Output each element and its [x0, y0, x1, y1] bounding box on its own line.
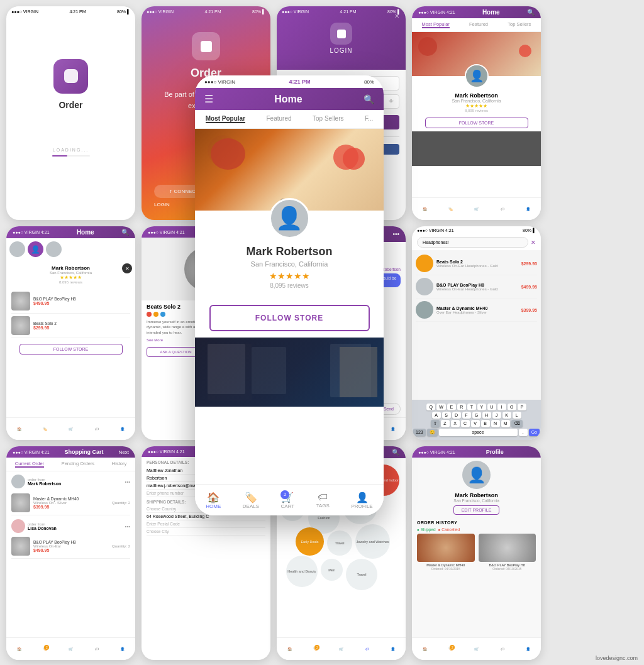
nav-cart-4[interactable]: 🛒: [474, 207, 479, 211]
login-link[interactable]: LOGIN: [154, 202, 170, 207]
nav-profile-overlay[interactable]: 👤 PROFILE: [351, 492, 372, 509]
space-key[interactable]: space: [439, 429, 518, 436]
postal-10[interactable]: Enter Postal Code: [147, 520, 265, 528]
go-key[interactable]: Go: [529, 429, 540, 436]
search-icon-11[interactable]: 🔍: [392, 449, 399, 456]
product-name-label-6: Beats Solo 2: [147, 304, 180, 310]
more-dots-2[interactable]: •••: [125, 524, 130, 529]
result-3-8: Master & Dynamic MH40 Over Ear Headphone…: [416, 299, 537, 322]
cart-name-2: B&O PLAY BeoPlay H8: [33, 540, 109, 544]
nav-profile-9[interactable]: 👤: [120, 647, 125, 651]
order-item-1: Master & Dynamic MH40 Ordered: 04/10/201…: [417, 534, 475, 571]
cart-qty-1: Quantity: 2: [112, 501, 130, 505]
tab-top-sellers-overlay[interactable]: Top Sellers: [313, 115, 343, 123]
nav-home-4[interactable]: 🏠: [423, 207, 427, 211]
send-btn-7[interactable]: Send: [384, 407, 394, 411]
more-dots-1[interactable]: •••: [125, 479, 130, 485]
nav-tags-5[interactable]: 🏷: [95, 427, 99, 431]
tag-health[interactable]: Health and Beauty: [286, 556, 318, 587]
nav-deals-11[interactable]: 🏷️2: [313, 647, 318, 651]
nav-tags-12[interactable]: 🏷: [501, 647, 504, 651]
story-3: [46, 241, 62, 257]
nav-tags-overlay[interactable]: 🏷 TAGS: [316, 492, 330, 508]
product-name-5-1: B&O PLAY BeoPlay H8: [33, 297, 76, 301]
nav-profile-11[interactable]: 👤: [391, 647, 395, 651]
reviews-overlay: 8,095 reviews: [204, 282, 374, 289]
nav-profile-4[interactable]: 👤: [526, 207, 530, 211]
tab-featured-overlay[interactable]: Featured: [267, 115, 292, 123]
city-10[interactable]: Choose City: [147, 528, 265, 536]
follow-btn-5[interactable]: FOLLOW STORE: [19, 344, 123, 354]
follow-store-btn-4[interactable]: FOLLOW STORE: [425, 118, 528, 128]
tab-featured[interactable]: Featured: [469, 21, 488, 28]
nav-cart-9[interactable]: 🛒: [69, 647, 73, 651]
tab-more-overlay[interactable]: F...: [365, 115, 373, 123]
menu-icon[interactable]: ☰: [204, 93, 213, 105]
see-more-6[interactable]: See More: [147, 338, 163, 342]
tag-early-deals[interactable]: Early Deals: [296, 527, 324, 556]
nav-cart-5[interactable]: 🛒: [69, 427, 73, 431]
search-cancel-8[interactable]: ✕: [531, 239, 536, 246]
nav-home-overlay[interactable]: 🏠 HOME: [206, 492, 221, 509]
follow-store-btn-overlay[interactable]: FOLLOW STORE: [209, 305, 370, 331]
profile-nav-12: ●●●○ VIRGIN 4:21 Profile: [412, 446, 541, 458]
tag-travel-1[interactable]: Travel: [327, 530, 352, 556]
tag-men[interactable]: Men: [321, 559, 343, 581]
profile-nav-icon: 👤: [356, 492, 369, 503]
nav-deals-12[interactable]: 🏷️2: [448, 647, 453, 651]
tab-pending-9[interactable]: Pending Orders: [62, 461, 95, 468]
tab-most-popular-overlay[interactable]: Most Popular: [206, 115, 245, 123]
seller-avatar-2: [11, 519, 25, 533]
nav-home-11[interactable]: 🏠: [287, 647, 292, 651]
reviews-4: 8,095 reviews: [414, 109, 538, 113]
status-left-4: ●●●○ VIRGIN 4:21: [418, 10, 455, 14]
overlay-battery: 80%: [364, 79, 374, 85]
tab-most-popular[interactable]: Most Popular: [422, 21, 450, 28]
nav-deals-4[interactable]: 🏷️: [448, 207, 453, 211]
status-bar-1: ●●●○ VIRGIN 4:21 PM 80% ▌: [6, 6, 135, 16]
search-icon-5[interactable]: 🔍: [121, 229, 129, 236]
nav-home-12[interactable]: 🏠: [423, 647, 427, 651]
tag-jewelry[interactable]: Jewelry and Watches: [355, 524, 390, 559]
keyboard-row-3: ⇧ZXCVBNM⌫: [413, 420, 540, 427]
nav-cart-overlay[interactable]: 🛒 2 CART: [281, 492, 295, 509]
result-price-1: $299.95: [521, 261, 537, 266]
stars-row-overlay: ★★★★★: [204, 271, 374, 281]
nav-profile-5[interactable]: 👤: [120, 427, 125, 431]
cart-next-9[interactable]: Next: [119, 449, 129, 455]
tab-top-sellers[interactable]: Top Sellers: [508, 21, 531, 28]
tag-travel-2[interactable]: Travel: [346, 559, 377, 590]
keyboard-row-2: ASDFGHJKL: [413, 412, 540, 419]
nav-profile-12[interactable]: 👤: [526, 647, 530, 651]
tags-nav-icon: 🏷: [318, 492, 328, 503]
tab-current-9[interactable]: Current Order: [15, 461, 44, 468]
nav-deals-5[interactable]: 🏷️: [43, 427, 47, 431]
bottom-nav-12: 🏠 🏷️2 🛒 🏷 👤: [412, 637, 541, 660]
nav-tags-4[interactable]: 🏷: [501, 207, 504, 211]
order-img-1: [417, 534, 475, 562]
close-icon[interactable]: ✕: [394, 13, 399, 19]
nav-cart-12[interactable]: 🛒: [474, 647, 479, 651]
result-name-3: Master & Dynamic MH40: [436, 306, 518, 311]
nav-deals-overlay[interactable]: 🏷️ DEALS: [243, 492, 259, 509]
tab-history-9[interactable]: History: [112, 461, 126, 468]
deals-nav-icon: 🏷️: [245, 492, 257, 503]
nav-home-9[interactable]: 🏠: [17, 647, 21, 651]
result-img-2: [416, 278, 433, 295]
nav-deals-9[interactable]: 🏷️2: [43, 647, 47, 651]
nav-cart-11[interactable]: 🛒: [339, 647, 343, 651]
nav-tags-11[interactable]: 🏷: [365, 647, 369, 651]
overlay-search-icon[interactable]: 🔍: [364, 94, 374, 104]
nav-home-5[interactable]: 🏠: [17, 427, 21, 431]
result-img-3: [416, 301, 433, 319]
edit-profile-btn-12[interactable]: EDIT PROFILE: [453, 505, 500, 515]
reviews-5: 8,095 reviews: [8, 280, 133, 284]
search-input-8[interactable]: Headphones!: [417, 237, 528, 248]
cart-tabs-9: Current Order Pending Orders History: [6, 458, 135, 471]
close-circle-5[interactable]: ✕: [122, 263, 132, 273]
nav-tags-9[interactable]: 🏷: [95, 647, 99, 651]
nav-profile-7[interactable]: 👤: [391, 427, 395, 431]
search-icon-4[interactable]: 🔍: [527, 9, 535, 16]
phone-cart: ●●●○ VIRGIN 4:21 Shopping Cart Next Curr…: [6, 446, 135, 660]
story-1: [9, 241, 25, 257]
